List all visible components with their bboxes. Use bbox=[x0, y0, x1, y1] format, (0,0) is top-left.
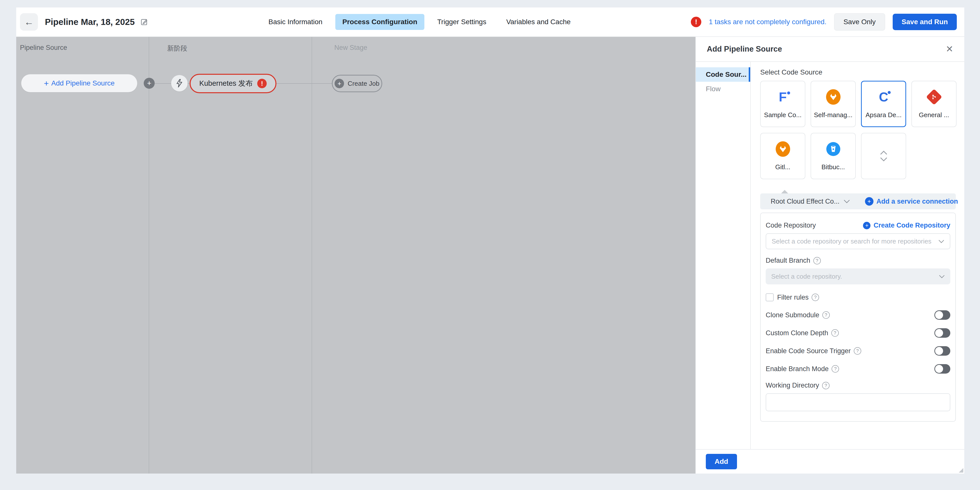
stage-divider bbox=[149, 37, 149, 474]
add-button[interactable]: Add bbox=[706, 454, 737, 469]
filter-rules-checkbox[interactable] bbox=[766, 293, 774, 301]
tab-trigger-settings[interactable]: Trigger Settings bbox=[430, 14, 493, 30]
chevron-down-icon[interactable] bbox=[843, 200, 850, 203]
default-branch-select[interactable]: Select a code repository. bbox=[766, 268, 950, 284]
create-job-label: Create Job bbox=[348, 80, 379, 87]
header-actions: ! 1 tasks are not completely configured.… bbox=[691, 13, 957, 31]
flow-f-logo-icon: F bbox=[779, 89, 787, 105]
plus-icon: + bbox=[863, 222, 870, 229]
bitbucket-logo-icon bbox=[826, 141, 840, 157]
warning-icon: ! bbox=[691, 17, 701, 27]
create-code-repository-label: Create Code Repository bbox=[873, 222, 950, 229]
plus-icon: + bbox=[44, 79, 49, 87]
service-connection-section: Root Cloud Effect Co... + Add a service … bbox=[760, 193, 956, 209]
source-card-label: Apsara De... bbox=[865, 111, 902, 119]
default-branch-placeholder: Select a code repository. bbox=[771, 273, 939, 281]
save-only-button[interactable]: Save Only bbox=[834, 13, 885, 31]
select-code-source-label: Select Code Source bbox=[760, 68, 956, 76]
trigger-node[interactable] bbox=[171, 75, 188, 92]
chevron-down-icon bbox=[939, 275, 945, 278]
tasks-warning-link[interactable]: 1 tasks are not completely configured. bbox=[709, 18, 827, 26]
filter-rules-label: Filter rules ? bbox=[777, 293, 819, 301]
working-directory-label: Working Directory ? bbox=[766, 382, 830, 389]
panel-title: Add Pipeline Source bbox=[707, 44, 946, 54]
help-icon[interactable]: ? bbox=[813, 257, 821, 265]
gitlab-fox-logo-icon bbox=[826, 89, 840, 105]
service-connection-select[interactable]: Root Cloud Effect Co... bbox=[771, 198, 840, 205]
enable-branch-mode-toggle[interactable] bbox=[934, 364, 950, 374]
help-icon[interactable]: ? bbox=[831, 329, 839, 337]
tab-variables-and-cache[interactable]: Variables and Cache bbox=[499, 14, 578, 30]
clone-submodule-label: Clone Submodule ? bbox=[766, 311, 830, 319]
clone-submodule-toggle[interactable] bbox=[934, 310, 950, 320]
pipeline-canvas: Pipeline Source 新阶段 New Stage + Add Pipe… bbox=[16, 37, 695, 474]
working-directory-input[interactable] bbox=[766, 393, 950, 411]
git-diamond-logo-icon bbox=[928, 89, 940, 105]
source-card-label: General ... bbox=[919, 111, 949, 119]
source-card-gitlab[interactable]: Gitl... bbox=[760, 133, 805, 179]
clone-submodule-row: Clone Submodule ? bbox=[766, 310, 950, 320]
help-icon[interactable]: ? bbox=[854, 347, 861, 355]
create-code-repository-link[interactable]: + Create Code Repository bbox=[863, 222, 950, 229]
source-card-bitbucket[interactable]: Bitbuc... bbox=[811, 133, 856, 179]
connector-line bbox=[277, 83, 332, 84]
custom-clone-depth-toggle[interactable] bbox=[934, 328, 950, 338]
panel-tab-flow[interactable]: Flow bbox=[696, 82, 750, 96]
create-job-button[interactable]: + Create Job bbox=[332, 75, 382, 92]
card-list-expander[interactable] bbox=[861, 133, 906, 179]
add-service-connection-link[interactable]: + Add a service connection bbox=[865, 197, 958, 206]
enable-branch-mode-row: Enable Branch Mode ? bbox=[766, 364, 950, 374]
close-icon[interactable]: ✕ bbox=[946, 44, 953, 54]
connector-line bbox=[154, 83, 172, 84]
tab-basic-information[interactable]: Basic Information bbox=[261, 14, 329, 30]
panel-resize-handle[interactable] bbox=[959, 468, 963, 473]
source-card-label: Bitbuc... bbox=[822, 163, 845, 171]
chevron-down-icon bbox=[880, 157, 888, 162]
lightning-icon bbox=[176, 79, 183, 87]
insert-node-button[interactable]: + bbox=[144, 78, 155, 89]
help-icon[interactable]: ? bbox=[832, 365, 839, 373]
source-card-sample-code[interactable]: F Sample Co... bbox=[760, 81, 805, 127]
panel-footer: Add bbox=[696, 449, 964, 474]
back-button[interactable]: ← bbox=[20, 13, 38, 31]
help-icon[interactable]: ? bbox=[811, 293, 819, 301]
job-error-icon: ! bbox=[257, 79, 267, 88]
enable-code-source-trigger-toggle[interactable] bbox=[934, 346, 950, 356]
add-pipeline-source-button[interactable]: + Add Pipeline Source bbox=[21, 74, 137, 92]
stage-label-pipeline-source: Pipeline Source bbox=[20, 44, 67, 52]
source-card-general-git[interactable]: General ... bbox=[912, 81, 956, 127]
gitlab-fox-logo-icon bbox=[776, 141, 790, 157]
code-repository-placeholder: Select a code repository or search for m… bbox=[772, 238, 938, 245]
pointer-notch bbox=[781, 190, 788, 193]
tab-process-configuration[interactable]: Process Configuration bbox=[335, 14, 424, 30]
code-repository-select[interactable]: Select a code repository or search for m… bbox=[766, 233, 950, 249]
stage-label-new-stage-cn: 新阶段 bbox=[167, 44, 188, 53]
stage-label-new-stage: New Stage bbox=[334, 44, 367, 52]
panel-tab-code-source[interactable]: Code Sour... bbox=[696, 67, 750, 82]
chevron-up-icon bbox=[880, 151, 888, 155]
job-node-kubernetes[interactable]: Kubernetes 发布 ! bbox=[189, 74, 277, 93]
source-card-apsara-devops[interactable]: C Apsara De... bbox=[861, 81, 906, 127]
save-and-run-button[interactable]: Save and Run bbox=[892, 14, 957, 30]
add-pipeline-source-panel: Add Pipeline Source ✕ Code Sour... Flow … bbox=[695, 37, 964, 474]
plus-icon: + bbox=[334, 79, 344, 88]
add-service-connection-label: Add a service connection bbox=[877, 198, 958, 205]
chevron-down-icon bbox=[938, 239, 944, 243]
job-node-label: Kubernetes 发布 bbox=[199, 79, 253, 89]
enable-branch-mode-label: Enable Branch Mode ? bbox=[766, 365, 839, 373]
app-window: ← Pipeline Mar, 18, 2025 Basic Informati… bbox=[16, 8, 964, 474]
panel-content: Select Code Source F Sample Co... bbox=[750, 62, 964, 449]
source-card-label: Gitl... bbox=[775, 163, 791, 171]
stage-divider bbox=[312, 37, 312, 474]
help-icon[interactable]: ? bbox=[822, 382, 830, 389]
code-source-cards: F Sample Co... Self-manag... bbox=[760, 81, 956, 179]
filter-rules-row: Filter rules ? bbox=[766, 293, 950, 301]
help-icon[interactable]: ? bbox=[822, 311, 830, 319]
enable-code-source-trigger-label: Enable Code Source Trigger ? bbox=[766, 347, 861, 355]
source-card-self-managed-gitlab[interactable]: Self-manag... bbox=[811, 81, 856, 127]
custom-clone-depth-row: Custom Clone Depth ? bbox=[766, 328, 950, 338]
panel-sidebar: Code Sour... Flow bbox=[696, 62, 750, 449]
default-branch-label: Default Branch ? bbox=[766, 257, 821, 265]
top-header: ← Pipeline Mar, 18, 2025 Basic Informati… bbox=[16, 8, 964, 37]
edit-title-icon[interactable] bbox=[140, 18, 148, 26]
